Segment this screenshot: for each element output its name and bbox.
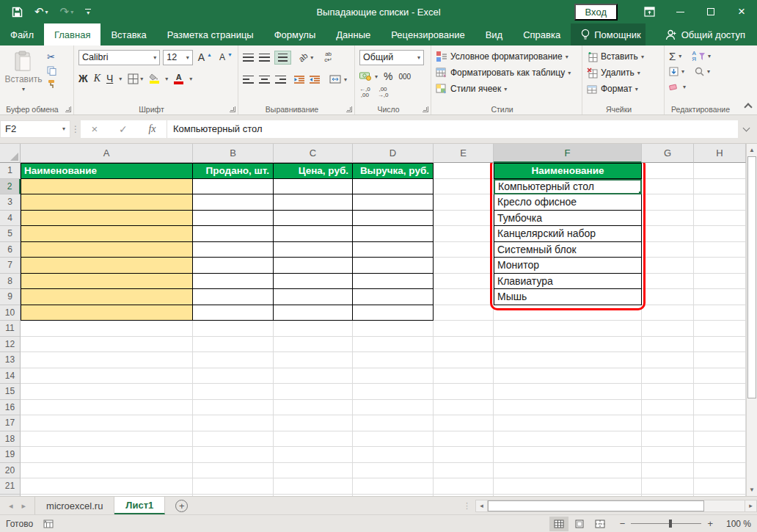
cell-G17[interactable] bbox=[642, 415, 694, 431]
cell-D7[interactable] bbox=[353, 258, 434, 274]
save-icon[interactable] bbox=[12, 7, 23, 18]
zoom-out-button[interactable]: − bbox=[620, 518, 626, 529]
vertical-scrollbar[interactable]: ▲ ▼ bbox=[746, 144, 757, 496]
cell-D16[interactable] bbox=[353, 400, 434, 416]
tab-review[interactable]: Рецензирование bbox=[381, 23, 475, 45]
formula-input[interactable]: Компьютерный стол bbox=[167, 120, 738, 138]
cell-E13[interactable] bbox=[434, 352, 494, 368]
cell-F16[interactable] bbox=[494, 400, 642, 416]
conditional-formatting-button[interactable]: Условное форматирование▾ bbox=[436, 48, 579, 65]
cell-A10[interactable] bbox=[21, 305, 193, 321]
accounting-format-button[interactable]: ▾ bbox=[359, 68, 378, 84]
cell-D22[interactable] bbox=[353, 495, 434, 497]
cell-C13[interactable] bbox=[274, 352, 353, 368]
row-header-8[interactable]: 8 bbox=[0, 274, 21, 290]
cell-H11[interactable] bbox=[694, 321, 746, 337]
cell-C6[interactable] bbox=[274, 242, 353, 258]
cell-E3[interactable] bbox=[434, 194, 494, 211]
cell-F7[interactable]: Монитор bbox=[494, 258, 642, 274]
cell-C3[interactable] bbox=[274, 194, 353, 211]
shrink-font-button[interactable]: A▼ bbox=[217, 51, 235, 63]
scroll-up-arrow[interactable]: ▲ bbox=[747, 144, 757, 156]
horizontal-scroll-thumb[interactable] bbox=[488, 500, 704, 511]
insert-cells-button[interactable]: Вставить▾ bbox=[587, 48, 661, 65]
cell-B3[interactable] bbox=[193, 194, 274, 211]
cell-C7[interactable] bbox=[274, 258, 353, 274]
cell-G2[interactable] bbox=[642, 179, 694, 195]
cell-E4[interactable] bbox=[434, 211, 494, 227]
cell-F2[interactable]: Компьютерный стол bbox=[494, 179, 642, 195]
cell-G3[interactable] bbox=[642, 194, 694, 211]
cell-D14[interactable] bbox=[353, 368, 434, 385]
font-name-select[interactable]: Calibri▾ bbox=[78, 50, 160, 65]
cell-G10[interactable] bbox=[642, 305, 694, 321]
share-button[interactable]: Общий доступ bbox=[654, 23, 757, 45]
align-left-button[interactable] bbox=[243, 76, 254, 84]
cell-E8[interactable] bbox=[434, 274, 494, 290]
bold-button[interactable]: Ж bbox=[78, 73, 88, 84]
cell-H18[interactable] bbox=[694, 431, 746, 448]
cell-G11[interactable] bbox=[642, 321, 694, 337]
cell-C19[interactable] bbox=[274, 447, 353, 463]
cell-G5[interactable] bbox=[642, 226, 694, 242]
sign-in-button[interactable]: Вход bbox=[574, 4, 618, 21]
zoom-slider-thumb[interactable] bbox=[669, 520, 672, 528]
cell-A16[interactable] bbox=[21, 400, 193, 416]
cell-H22[interactable] bbox=[694, 495, 746, 497]
cell-B4[interactable] bbox=[193, 211, 274, 227]
cell-H1[interactable] bbox=[694, 163, 746, 179]
cell-H19[interactable] bbox=[694, 447, 746, 463]
tab-formulas[interactable]: Формулы bbox=[264, 23, 326, 45]
cell-E5[interactable] bbox=[434, 226, 494, 242]
cell-F11[interactable] bbox=[494, 321, 642, 337]
align-middle-button[interactable] bbox=[259, 54, 270, 62]
cell-F10[interactable] bbox=[494, 305, 642, 321]
horizontal-scrollbar[interactable]: ⋮ ◂ ▸ bbox=[463, 497, 757, 514]
cell-E18[interactable] bbox=[434, 431, 494, 448]
cancel-entry-icon[interactable]: × bbox=[91, 123, 98, 135]
cell-D4[interactable] bbox=[353, 211, 434, 227]
column-header-E[interactable]: E bbox=[434, 144, 494, 163]
cell-G18[interactable] bbox=[642, 431, 694, 448]
cell-E9[interactable] bbox=[434, 289, 494, 305]
cell-B6[interactable] bbox=[193, 242, 274, 258]
cell-E21[interactable] bbox=[434, 478, 494, 495]
cell-A4[interactable] bbox=[21, 211, 193, 227]
row-header-11[interactable]: 11 bbox=[0, 321, 21, 337]
name-box[interactable]: F2▾ bbox=[0, 120, 70, 138]
minimize-button[interactable] bbox=[665, 0, 695, 23]
paste-button[interactable]: Вставить ▾ bbox=[4, 48, 43, 92]
cell-B21[interactable] bbox=[193, 478, 274, 495]
cell-C10[interactable] bbox=[274, 305, 353, 321]
cell-B11[interactable] bbox=[193, 321, 274, 337]
cell-C17[interactable] bbox=[274, 415, 353, 431]
cell-H2[interactable] bbox=[694, 179, 746, 195]
increase-decimal-button[interactable]: ←,0,00 bbox=[359, 87, 370, 98]
cell-E12[interactable] bbox=[434, 337, 494, 353]
cell-F21[interactable] bbox=[494, 478, 642, 495]
cut-icon[interactable]: ✂ bbox=[47, 51, 56, 62]
cell-F6[interactable]: Системный блок bbox=[494, 242, 642, 258]
row-header-1[interactable]: 1 bbox=[0, 163, 21, 179]
cell-E11[interactable] bbox=[434, 321, 494, 337]
cell-A11[interactable] bbox=[21, 321, 193, 337]
borders-button[interactable]: ▾ bbox=[128, 73, 143, 84]
cell-F8[interactable]: Клавиатура bbox=[494, 274, 642, 290]
macro-record-icon[interactable] bbox=[43, 520, 54, 528]
cell-C12[interactable] bbox=[274, 337, 353, 353]
tab-insert[interactable]: Вставка bbox=[100, 23, 156, 45]
cell-G8[interactable] bbox=[642, 274, 694, 290]
cell-F1[interactable]: Наименование bbox=[494, 163, 642, 179]
cell-B9[interactable] bbox=[193, 289, 274, 305]
cell-G13[interactable] bbox=[642, 352, 694, 368]
row-header-6[interactable]: 6 bbox=[0, 242, 21, 258]
column-header-B[interactable]: B bbox=[193, 144, 274, 163]
cell-H9[interactable] bbox=[694, 289, 746, 305]
row-header-7[interactable]: 7 bbox=[0, 258, 21, 274]
cell-H10[interactable] bbox=[694, 305, 746, 321]
insert-function-icon[interactable]: fx bbox=[148, 123, 156, 135]
cell-C18[interactable] bbox=[274, 431, 353, 448]
cell-G21[interactable] bbox=[642, 478, 694, 495]
name-box-splitter[interactable]: ⋮ bbox=[70, 124, 81, 134]
cell-A21[interactable] bbox=[21, 478, 193, 495]
